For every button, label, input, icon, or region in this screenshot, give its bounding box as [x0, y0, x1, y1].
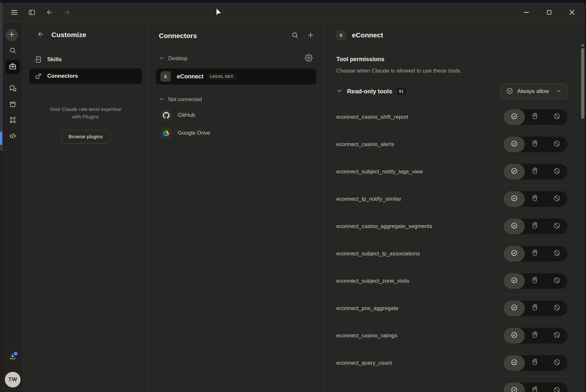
- permission-toggle: [504, 301, 567, 316]
- rail-item-new-chat[interactable]: [6, 29, 18, 41]
- deny-option[interactable]: [546, 273, 567, 289]
- ask-option[interactable]: [525, 328, 546, 344]
- section-desktop[interactable]: Desktop: [156, 53, 316, 64]
- ban-icon: [553, 195, 561, 203]
- hand-icon: [532, 358, 539, 367]
- deny-option[interactable]: [546, 355, 567, 371]
- hand-icon: [532, 167, 539, 176]
- ban-icon: [553, 140, 561, 149]
- permission-toggle: [504, 109, 567, 125]
- permission-dropdown[interactable]: Always allow: [501, 84, 567, 99]
- app-window: TW Customize SkillsConnectors Give Claud…: [3, 3, 585, 392]
- browse-plugins-button[interactable]: Browse plugins: [61, 130, 110, 143]
- plus-icon: [8, 31, 16, 40]
- connector-item-github[interactable]: GitHub: [156, 107, 316, 123]
- deny-option[interactable]: [546, 219, 567, 234]
- deny-option[interactable]: [546, 301, 567, 316]
- sidebar-toggle-icon[interactable]: [25, 6, 38, 19]
- allow-option[interactable]: [504, 301, 525, 316]
- check-circle-icon: [510, 195, 518, 203]
- ban-icon: [553, 304, 561, 313]
- back-arrow-icon[interactable]: [36, 30, 45, 39]
- add-connector-icon[interactable]: [305, 30, 316, 41]
- permission-toggle: [504, 383, 567, 392]
- connector-item-econnect[interactable]: EeConnectLOCAL DEV: [156, 68, 316, 85]
- search-icon[interactable]: [289, 30, 300, 41]
- section-not-connected[interactable]: Not connected: [156, 94, 316, 105]
- ask-option[interactable]: [525, 219, 546, 234]
- permission-toggle: [504, 355, 567, 371]
- ban-icon: [553, 249, 561, 258]
- ask-option[interactable]: [525, 191, 546, 207]
- check-circle-icon: [510, 167, 518, 176]
- connector-item-google-drive[interactable]: Google Drive: [156, 125, 316, 141]
- sidebar-item-connectors[interactable]: Connectors: [29, 68, 142, 84]
- allow-option[interactable]: [504, 109, 525, 125]
- allow-option[interactable]: [504, 273, 525, 289]
- deny-option[interactable]: [546, 164, 567, 180]
- hand-icon: [532, 113, 539, 121]
- rail-item-projects[interactable]: [6, 98, 20, 112]
- allow-option[interactable]: [504, 328, 525, 344]
- connector-avatar: E: [336, 30, 346, 40]
- allow-option[interactable]: [504, 191, 525, 207]
- chevron-down-icon[interactable]: [336, 88, 343, 95]
- divider: [157, 89, 315, 89]
- ask-option[interactable]: [525, 301, 546, 316]
- rail-item-search[interactable]: [6, 44, 20, 58]
- check-circle-icon: [510, 113, 518, 121]
- scrollbar-thumb[interactable]: [581, 48, 584, 119]
- tool-row: econnect_lp_notify_similar: [336, 185, 574, 213]
- user-avatar[interactable]: TW: [5, 372, 21, 387]
- update-notification-dot: [13, 351, 19, 357]
- permission-toggle: [504, 219, 567, 234]
- search-icon: [9, 47, 17, 56]
- divider: [33, 93, 138, 93]
- shapes-icon: [8, 116, 17, 126]
- code-icon: [8, 132, 17, 142]
- rail-item-chats[interactable]: [6, 82, 20, 96]
- permission-toggle: [504, 246, 567, 262]
- allow-option[interactable]: [504, 383, 525, 392]
- gear-icon[interactable]: [303, 53, 314, 64]
- allow-option[interactable]: [504, 219, 525, 234]
- archive-box-icon: [8, 100, 17, 110]
- deny-option[interactable]: [546, 383, 567, 392]
- deny-option[interactable]: [546, 328, 567, 344]
- hamburger-menu-icon[interactable]: [8, 6, 21, 19]
- connectors-panel: Connectors Desktop EeConnectLOCAL DEV No…: [148, 22, 324, 392]
- ask-option[interactable]: [525, 109, 546, 125]
- customize-panel: Customize SkillsConnectors Give Claude r…: [23, 22, 148, 392]
- ask-option[interactable]: [525, 355, 546, 371]
- deny-option[interactable]: [546, 109, 567, 125]
- rail-item-developer[interactable]: [6, 129, 20, 144]
- maximize-button[interactable]: [543, 6, 556, 19]
- rail-item-plugins[interactable]: [6, 114, 20, 128]
- close-button[interactable]: [565, 6, 579, 19]
- deny-option[interactable]: [546, 246, 567, 262]
- scrollbar-up-arrow[interactable]: [581, 44, 584, 46]
- deny-option[interactable]: [546, 191, 567, 207]
- allow-option[interactable]: [504, 137, 525, 152]
- hand-icon: [532, 222, 539, 231]
- deny-option[interactable]: [546, 137, 567, 152]
- hand-icon: [532, 195, 539, 203]
- back-icon[interactable]: [43, 6, 56, 19]
- ask-option[interactable]: [525, 273, 546, 289]
- ban-icon: [553, 331, 561, 340]
- sidebar-item-skills[interactable]: Skills: [29, 52, 142, 67]
- ask-option[interactable]: [525, 246, 546, 262]
- read-only-tools-label[interactable]: Read-only tools: [347, 88, 392, 95]
- allow-option[interactable]: [504, 355, 525, 371]
- minimize-button[interactable]: [520, 6, 533, 19]
- allow-option[interactable]: [504, 164, 525, 180]
- scrollbar[interactable]: [581, 44, 584, 392]
- allow-option[interactable]: [504, 246, 525, 262]
- download-button[interactable]: [6, 350, 20, 364]
- ask-option[interactable]: [525, 164, 546, 180]
- ask-option[interactable]: [525, 137, 546, 152]
- check-circle-icon: [510, 331, 518, 340]
- rail-item-tools[interactable]: [6, 60, 20, 74]
- ask-option[interactable]: [525, 383, 546, 392]
- ban-icon: [553, 222, 561, 231]
